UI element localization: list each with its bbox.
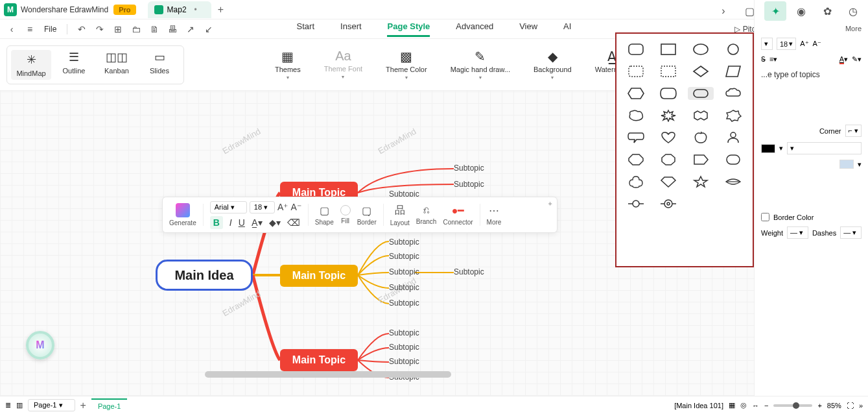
border-color-checkbox[interactable]: [761, 213, 769, 221]
shape-apple[interactable]: [688, 131, 714, 144]
new-tab-button[interactable]: +: [218, 4, 224, 16]
align-button[interactable]: ≡▾: [769, 55, 777, 64]
subtopic[interactable]: Subtopic: [454, 164, 484, 173]
subtopic[interactable]: Subtopic: [389, 298, 419, 308]
fill-color-2[interactable]: ▾: [787, 142, 862, 154]
fill-color-1[interactable]: [761, 144, 775, 153]
highlight-button-2[interactable]: ✎▾: [852, 55, 862, 64]
shape-capsule[interactable]: [688, 87, 714, 100]
menu-ai[interactable]: AI: [563, 21, 571, 37]
weight-select[interactable]: — ▾: [787, 226, 808, 239]
expand-button[interactable]: »: [859, 402, 863, 409]
subtopic[interactable]: Subtopic: [389, 252, 419, 261]
shape-rounded-rect[interactable]: [623, 43, 649, 56]
shape-circle[interactable]: [720, 43, 746, 56]
horizontal-scrollbar[interactable]: [205, 371, 451, 378]
subtopic[interactable]: Subtopic: [454, 267, 484, 276]
page-select[interactable]: Page-1 ▾: [28, 399, 75, 411]
italic-button[interactable]: I: [229, 217, 232, 228]
shape-badge[interactable]: [720, 109, 746, 122]
shape-dashed-rounded[interactable]: [623, 65, 649, 78]
subtopic[interactable]: Subtopic: [389, 343, 419, 352]
shape-quatrefoil[interactable]: [623, 175, 649, 188]
branch-button[interactable]: ⎌Branch: [416, 204, 437, 225]
shape-star[interactable]: [688, 175, 714, 188]
bold-button[interactable]: B: [210, 216, 223, 229]
import-button[interactable]: ↙: [202, 24, 215, 34]
zoom-in-button[interactable]: +: [817, 402, 821, 409]
layers-toggle[interactable]: ▥: [16, 401, 23, 409]
subtopic[interactable]: Subtopic: [454, 180, 484, 189]
view-outline[interactable]: ☰Outline: [54, 50, 94, 80]
zoom-out-button[interactable]: −: [764, 402, 768, 409]
shape-person[interactable]: [720, 131, 746, 144]
page-tab[interactable]: Page-1: [91, 398, 127, 413]
themes-button[interactable]: ▦Themes▾: [275, 49, 301, 80]
back-button[interactable]: ‹: [5, 24, 18, 34]
fit-button[interactable]: ▦: [729, 401, 735, 409]
layout-button[interactable]: 品Layout: [390, 204, 410, 226]
undo-button[interactable]: ↶: [75, 24, 88, 34]
menu-button[interactable]: ≡: [23, 24, 36, 34]
zoom-slider[interactable]: [773, 404, 812, 407]
view-kanban[interactable]: ◫◫Kanban: [97, 50, 137, 80]
shape-eye[interactable]: [720, 175, 746, 188]
increase-font-button[interactable]: A⁺: [277, 202, 288, 212]
theme-font-button[interactable]: AaTheme Font▾: [324, 49, 362, 80]
font-family-mini[interactable]: ▾: [761, 38, 773, 50]
shape-burst[interactable]: [655, 109, 681, 122]
decrease-font-button[interactable]: A⁻: [290, 202, 301, 212]
shape-rounded-hexagon[interactable]: [655, 87, 681, 100]
shape-cloud[interactable]: [720, 87, 746, 100]
redo-button[interactable]: ↷: [93, 24, 106, 34]
shape-diamond[interactable]: [688, 65, 714, 78]
shape-gem[interactable]: [655, 175, 681, 188]
print-button[interactable]: 🖶: [166, 24, 179, 34]
fullscreen-button[interactable]: ⛶: [847, 402, 854, 409]
font-size-select[interactable]: 18 ▾: [250, 201, 275, 213]
shape-speech[interactable]: [623, 131, 649, 144]
theme-color-button[interactable]: ▩Theme Color▾: [386, 49, 427, 80]
subtopic[interactable]: Subtopic: [389, 267, 419, 276]
node-main-topic-2[interactable]: Main Topic: [280, 265, 358, 287]
font-color-button[interactable]: A̲▾: [252, 217, 263, 228]
subtopic[interactable]: Subtopic: [389, 328, 419, 337]
save-button[interactable]: 🗎: [148, 24, 161, 34]
shape-target[interactable]: [655, 197, 681, 210]
panel-tab-style[interactable]: ✦: [764, 1, 786, 21]
menu-page-style[interactable]: Page Style: [388, 21, 430, 37]
shape-octagon[interactable]: [623, 153, 649, 166]
new-button[interactable]: ⊞: [111, 24, 124, 34]
font-family-select[interactable]: Arial ▾: [210, 201, 247, 213]
shape-button[interactable]: ▢Shape: [315, 204, 334, 226]
menu-insert[interactable]: Insert: [340, 21, 362, 37]
fill-button[interactable]: Fill: [340, 205, 351, 225]
text-color-button[interactable]: A▾: [839, 55, 848, 64]
panel-collapse-button[interactable]: ›: [712, 1, 734, 21]
page-width-button[interactable]: ↔: [752, 402, 759, 409]
shape-node[interactable]: [623, 197, 649, 210]
highlight-button[interactable]: ◆▾: [269, 217, 281, 228]
subtopic[interactable]: Subtopic: [389, 237, 419, 247]
shape-parallelogram[interactable]: [720, 65, 746, 78]
fill-color-3[interactable]: [839, 160, 854, 169]
node-main-topic-3[interactable]: Main Topic: [280, 349, 358, 371]
menu-view[interactable]: View: [519, 21, 537, 37]
clear-format-button[interactable]: ⌫: [287, 217, 300, 228]
shape-pentagon-right[interactable]: [688, 153, 714, 166]
export-quick-button[interactable]: ↗: [184, 24, 197, 34]
node-main-idea[interactable]: Main Idea: [156, 260, 253, 291]
shape-dashed-rect[interactable]: [655, 65, 681, 78]
decrease-font-icon[interactable]: A⁻: [813, 40, 821, 48]
panel-tab-clock[interactable]: ◷: [842, 1, 864, 21]
file-menu[interactable]: File: [44, 25, 56, 34]
font-size-mini[interactable]: 18 ▾: [777, 38, 796, 50]
shape-blob[interactable]: [623, 109, 649, 122]
add-page-button[interactable]: +: [80, 400, 86, 411]
view-mindmap[interactable]: ✳MindMap: [11, 50, 51, 80]
outline-toggle[interactable]: ≣: [5, 401, 11, 409]
subtopic[interactable]: Subtopic: [389, 357, 419, 366]
more-button[interactable]: ⋯More: [487, 204, 502, 226]
magic-hand-button[interactable]: ✎Magic hand draw...▾: [451, 49, 510, 80]
shape-squircle[interactable]: [720, 153, 746, 166]
